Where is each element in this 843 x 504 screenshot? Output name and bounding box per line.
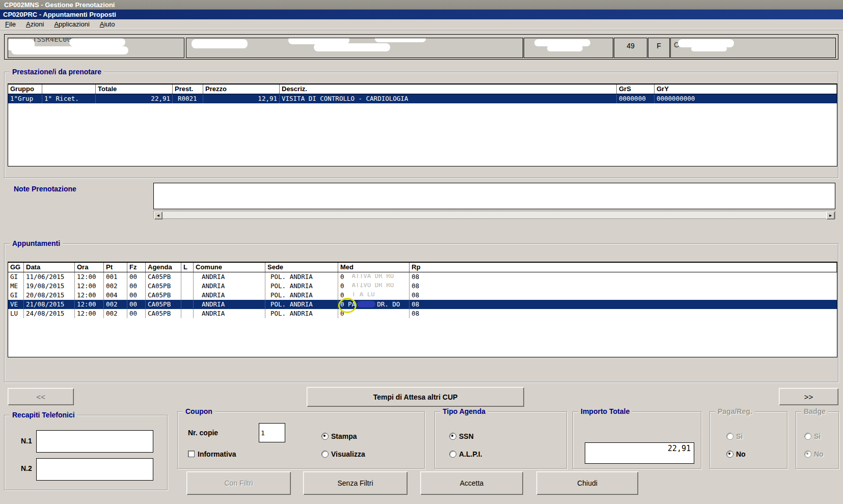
accetta-button[interactable]: Accetta — [420, 471, 523, 495]
chiudi-button[interactable]: Chiudi — [536, 471, 638, 495]
coupon-group: Coupon Nr. copie Informativa Stampa Visu… — [177, 411, 425, 469]
visualizza-label: Visualizza — [331, 450, 365, 458]
menu-applicazioni[interactable]: Applicazioni — [49, 19, 94, 29]
cell-pt: 002 — [104, 309, 127, 318]
cell-grs: 0000000 — [617, 94, 655, 103]
appuntamento-row[interactable]: ME 19/08/2015 12:00 002 00 CA05PB ANDRIA… — [8, 282, 837, 291]
patient-city-field: C — [670, 38, 836, 58]
prev-page-button[interactable]: << — [8, 388, 74, 405]
col-pt[interactable]: Pt — [104, 263, 127, 272]
menu-file[interactable]: File — [0, 19, 21, 29]
cell-rp: 08 — [410, 282, 837, 291]
appuntamento-row[interactable]: LU 24/08/2015 12:00 002 00 CA05PB ANDRIA… — [8, 309, 837, 318]
col-comune[interactable]: Comune — [194, 263, 265, 272]
cell-data: 21/08/2015 — [24, 300, 75, 309]
cell-gg: ME — [8, 282, 24, 291]
note-textarea[interactable] — [153, 183, 835, 209]
stampa-label: Stampa — [331, 432, 357, 440]
alpi-radio-row[interactable]: A.L.P.I. — [449, 450, 482, 458]
cell-pt: 001 — [104, 272, 127, 282]
stampa-radio-row[interactable]: Stampa — [321, 432, 357, 440]
active-window-titlebar[interactable]: CP020PRC - Appuntamenti Proposti — [0, 10, 843, 19]
next-page-label: >> — [804, 393, 813, 401]
con-filtri-label: Con Filtri — [224, 479, 253, 487]
n2-input[interactable] — [36, 458, 153, 481]
con-filtri-button[interactable]: Con Filtri — [186, 471, 291, 495]
cell-sede: POL. ANDRIA — [265, 282, 338, 291]
accetta-label: Accetta — [460, 479, 484, 487]
cell-data: 24/08/2015 — [24, 309, 75, 318]
col-data[interactable]: Data — [24, 263, 75, 272]
paga-reg-group-title: Paga/Reg. — [715, 407, 755, 415]
recapiti-group-title: Recapiti Telefonici — [10, 411, 77, 419]
col-fz[interactable]: Fz — [127, 263, 146, 272]
informativa-checkbox[interactable] — [188, 451, 195, 457]
cell-rp: 08 — [410, 272, 837, 282]
background-window-titlebar[interactable]: CP002MNS - Gestione Prenotazioni — [0, 0, 843, 10]
appuntamenti-table-header: GG Data Ora Pt Fz Agenda L Comune Sede M… — [8, 263, 837, 272]
visualizza-radio[interactable] — [321, 451, 329, 458]
appuntamento-row-selected[interactable]: VE 21/08/2015 12:00 002 00 CA05PB ANDRIA… — [8, 300, 837, 309]
cell-gg: LU — [8, 309, 24, 318]
col-agenda[interactable]: Agenda — [146, 263, 181, 272]
cell-comune: ANDRIA — [194, 282, 265, 291]
appuntamento-row[interactable]: GI 20/08/2015 12:00 004 00 CA05PB ANDRIA… — [8, 291, 837, 300]
background-window-title: CP002MNS - Gestione Prenotazioni — [4, 1, 115, 9]
cell-l — [181, 282, 194, 291]
ssn-radio-row[interactable]: SSN — [449, 432, 474, 440]
scroll-right-button[interactable]: ► — [826, 211, 835, 219]
tempi-attesa-button[interactable]: Tempi di Attesa altri CUP — [307, 387, 524, 407]
window-title: CP020PRC - Appuntamenti Proposti — [3, 11, 116, 18]
visualizza-radio-row[interactable]: Visualizza — [321, 450, 365, 458]
col-prest[interactable]: Prest. — [173, 85, 203, 94]
cell-fz: 00 — [127, 309, 146, 318]
cell-sede: POL. ANDRIA — [265, 300, 338, 309]
col-grs[interactable]: GrS — [617, 85, 655, 94]
importo-totale-value: 22,91 — [668, 444, 691, 453]
badge-group-title: Badge — [801, 407, 828, 415]
cell-ora: 12:00 — [75, 272, 104, 282]
nr-copie-input[interactable] — [259, 423, 285, 442]
col-rp[interactable]: Rp — [410, 263, 837, 272]
col-gg[interactable]: GG — [8, 263, 24, 272]
col-descriz[interactable]: Descriz. — [280, 85, 617, 94]
patient-age-value: 49 — [627, 42, 635, 50]
cell-gg: GI — [8, 272, 24, 282]
menu-azioni[interactable]: Azioni — [21, 19, 49, 29]
ssn-radio[interactable] — [449, 433, 456, 440]
n2-label: N.2 — [21, 464, 32, 472]
col-ora[interactable]: Ora — [75, 263, 104, 272]
importo-totale-field: 22,91 — [585, 442, 694, 464]
cell-gg: GI — [8, 291, 24, 300]
alpi-radio[interactable] — [449, 451, 456, 458]
cell-pt: 002 — [104, 300, 127, 309]
stampa-radio[interactable] — [321, 433, 329, 440]
note-horizontal-scrollbar[interactable]: ◄ ► — [153, 211, 835, 219]
next-page-button[interactable]: >> — [779, 388, 838, 405]
col-prezzo[interactable]: Prezzo — [203, 85, 280, 94]
menu-aiuto[interactable]: Aiuto — [95, 19, 120, 29]
paga-reg-si-radio — [726, 433, 733, 440]
cell-sede: POL. ANDRIA — [265, 291, 338, 300]
cell-l — [181, 291, 194, 300]
redaction-blob — [69, 38, 125, 46]
col-sede[interactable]: Sede — [265, 263, 338, 272]
appuntamento-row[interactable]: GI 11/06/2015 12:00 001 00 CA05PB ANDRIA… — [8, 272, 837, 282]
cell-prest: R0021 — [173, 94, 203, 103]
col-gruppo[interactable]: Gruppo — [8, 85, 42, 94]
cell-rp: 08 — [410, 309, 837, 318]
redacted-med-fragment: ATIVO DR RO — [352, 283, 394, 289]
prestazione-row-selected[interactable]: 1"Grup 1" Ricet. 22,91 R0021 12,91 VISIT… — [8, 94, 837, 103]
highlight-circle-annotation — [338, 298, 357, 313]
scroll-left-button[interactable]: ◄ — [154, 211, 162, 219]
col-med[interactable]: Med — [338, 263, 410, 272]
col-blank[interactable] — [42, 85, 96, 94]
n1-input[interactable] — [36, 430, 153, 453]
col-totale[interactable]: Totale — [96, 85, 173, 94]
col-l[interactable]: L — [181, 263, 194, 272]
col-gry[interactable]: GrY — [655, 85, 837, 94]
cell-l — [181, 272, 194, 282]
senza-filtri-button[interactable]: Senza Filtri — [303, 471, 407, 495]
badge-si-radio — [804, 433, 811, 440]
tipo-agenda-group-title: Tipo Agenda — [440, 407, 488, 415]
